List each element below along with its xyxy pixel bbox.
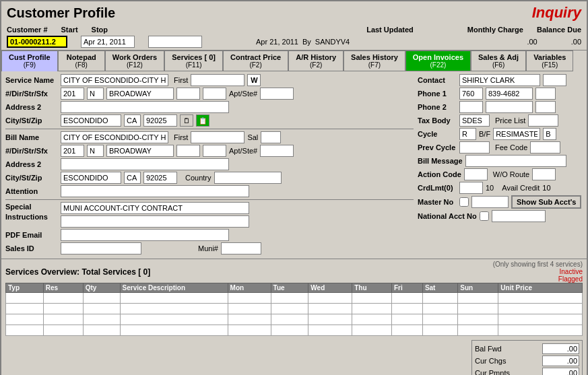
- phone1-area[interactable]: [459, 88, 483, 100]
- bill-message-input[interactable]: [465, 155, 566, 167]
- muni-input[interactable]: [221, 242, 261, 254]
- national-acct-checkbox[interactable]: [480, 211, 489, 221]
- pdf-email-label: PDF Email: [5, 231, 58, 239]
- contact-extra[interactable]: [543, 74, 566, 86]
- table-row: [6, 304, 583, 314]
- col-tue: Tue: [271, 283, 308, 293]
- customer-num-input[interactable]: [7, 36, 67, 48]
- tab-sales-adj[interactable]: Sales & Adj (F6): [471, 50, 526, 71]
- tab-ar-history[interactable]: A/R History (F2): [288, 50, 344, 71]
- special-instructions-line2[interactable]: [61, 215, 249, 228]
- pdf-email-input[interactable]: [61, 229, 229, 241]
- bf-label: B/F: [479, 130, 490, 138]
- special-instructions-line1[interactable]: [61, 202, 249, 214]
- bill-state-input[interactable]: [124, 172, 141, 184]
- wo-route-input[interactable]: [532, 168, 556, 180]
- attention-label: Attention: [5, 187, 58, 195]
- resi-master-val[interactable]: [543, 128, 556, 140]
- table-row: [6, 314, 583, 325]
- tab-cust-profile[interactable]: Cust Profile (F9): [1, 50, 58, 71]
- crd-lmt-label: CrdLmt(0): [418, 184, 457, 192]
- action-code-input[interactable]: [464, 168, 488, 180]
- balance-due-label: Balance Due: [537, 26, 581, 34]
- cycle-label: Cycle: [418, 130, 457, 138]
- table-row: [6, 325, 583, 336]
- page-title: Customer Profile: [7, 5, 115, 21]
- state-input[interactable]: [124, 114, 141, 127]
- fee-code-input[interactable]: [530, 141, 560, 154]
- action-code-label: Action Code: [418, 170, 461, 178]
- col-thu: Thu: [352, 283, 392, 293]
- bill-first-input[interactable]: [191, 131, 244, 143]
- tab-services[interactable]: Services [ 0] (F11): [164, 50, 223, 71]
- stop-group: Stop: [92, 26, 108, 34]
- col-fri: Fri: [391, 283, 422, 293]
- tax-body-input[interactable]: [459, 114, 490, 127]
- bill-zip-input[interactable]: [143, 172, 177, 184]
- dir-str-sfx-label: #/Dir/Str/Sfx: [5, 90, 58, 98]
- bill-city-input[interactable]: [61, 172, 121, 184]
- bill-dir-extra1[interactable]: [176, 145, 200, 157]
- dir-str-num-input[interactable]: [61, 88, 84, 100]
- apt-ste-input[interactable]: [260, 88, 294, 100]
- wo-route-label: W/O Route: [493, 170, 529, 178]
- dir-str-name-input[interactable]: [106, 88, 174, 100]
- bill-dir-dir[interactable]: [87, 145, 104, 157]
- phone2-num[interactable]: [486, 101, 533, 113]
- cycle-input[interactable]: [459, 128, 476, 140]
- avail-credit-label: Avail Credit: [502, 184, 540, 192]
- prev-cycle-input[interactable]: [459, 141, 490, 154]
- phone1-num[interactable]: [486, 88, 533, 100]
- attention-input[interactable]: [61, 185, 249, 197]
- address2-input[interactable]: [61, 101, 229, 113]
- w-icon[interactable]: W: [247, 74, 261, 86]
- city-icon2[interactable]: 📋: [196, 114, 209, 127]
- bill-name-input[interactable]: [61, 131, 168, 143]
- table-row: [6, 293, 583, 304]
- sales-id-input[interactable]: [61, 242, 141, 254]
- service-first-input[interactable]: [191, 74, 244, 86]
- national-acct-input[interactable]: [492, 210, 546, 222]
- bill-dir-num[interactable]: [61, 145, 84, 157]
- country-input[interactable]: [214, 172, 282, 184]
- fee-code-label: Fee Code: [495, 143, 527, 151]
- dir-str-dir-input[interactable]: [87, 88, 104, 100]
- service-name-input[interactable]: [61, 74, 168, 86]
- tab-open-invoices[interactable]: Open Invoices (F22): [405, 50, 471, 71]
- crd-lmt-input[interactable]: [459, 182, 483, 194]
- bill-dir-extra2[interactable]: [203, 145, 226, 157]
- phone2-ext[interactable]: [535, 101, 556, 113]
- tab-work-orders[interactable]: Work Orders (F12): [105, 50, 164, 71]
- start-date-input[interactable]: [81, 36, 135, 48]
- master-no-checkbox[interactable]: [459, 197, 469, 207]
- master-no-input[interactable]: [471, 196, 509, 208]
- dir-str-extra1[interactable]: [176, 88, 200, 100]
- tab-variables[interactable]: Variables (F15): [526, 50, 573, 71]
- bill-address2-input[interactable]: [61, 158, 229, 170]
- contact-input[interactable]: [459, 74, 540, 86]
- col-service-desc: Service Description: [120, 283, 228, 293]
- crd-lmt-val: 10: [486, 184, 494, 192]
- city-input[interactable]: [61, 114, 121, 127]
- resi-master-input[interactable]: [493, 128, 540, 140]
- tab-contract-price[interactable]: Contract Price (F2): [223, 50, 288, 71]
- sal-input[interactable]: [261, 131, 281, 143]
- tab-notepad[interactable]: Notepad (F8): [58, 50, 105, 71]
- zip-input[interactable]: [143, 114, 177, 127]
- show-sub-accts-button[interactable]: Show Sub Acct's: [511, 195, 581, 209]
- avail-credit-val: 10: [542, 184, 550, 192]
- national-acct-no-label: National Acct No: [418, 212, 477, 220]
- customer-num-label: Customer #: [7, 26, 48, 34]
- stop-date-input[interactable]: [148, 36, 202, 48]
- dir-str-extra2[interactable]: [203, 88, 226, 100]
- bill-apt-ste-input[interactable]: [260, 145, 294, 157]
- phone2-area[interactable]: [459, 101, 483, 113]
- bill-dir-name[interactable]: [106, 145, 174, 157]
- price-list-input[interactable]: [528, 114, 558, 127]
- city-icon1[interactable]: 🗒: [180, 114, 193, 127]
- first-label: First: [174, 76, 188, 84]
- bill-address2-label: Address 2: [5, 160, 58, 168]
- tab-sales-history[interactable]: Sales History (F7): [344, 50, 405, 71]
- col-wed: Wed: [308, 283, 352, 293]
- phone1-ext[interactable]: [535, 88, 556, 100]
